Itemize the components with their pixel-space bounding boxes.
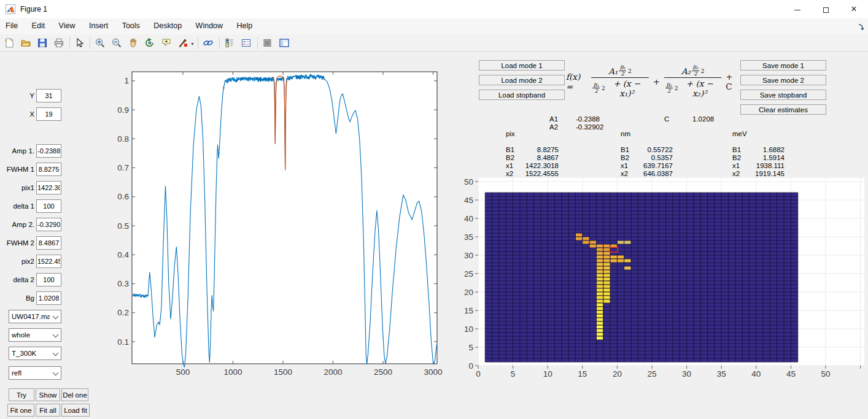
svg-text:0.8: 0.8 [117, 134, 129, 144]
pan-icon[interactable] [128, 37, 139, 48]
svg-text:0.5: 0.5 [117, 221, 129, 231]
menu-file[interactable]: File [0, 18, 23, 30]
svg-text:0.1: 0.1 [117, 337, 129, 347]
heatmap-grid [485, 193, 797, 362]
bg-field[interactable] [36, 291, 61, 305]
menu-insert[interactable]: Insert [83, 18, 114, 30]
svg-text:35: 35 [717, 369, 726, 379]
formula-plus: + [653, 77, 660, 86]
temperature-dropdown[interactable]: T_300K [9, 347, 61, 360]
menu-desktop[interactable]: Desktop [148, 18, 187, 30]
try-button[interactable]: Try [9, 388, 34, 401]
pix-table-header: pix [506, 130, 515, 137]
minimize-button[interactable] [783, 0, 812, 18]
rotate-3d-icon[interactable] [144, 37, 155, 48]
load-stopband-button[interactable]: Load stopband [479, 90, 565, 100]
delta2-field[interactable] [36, 273, 61, 286]
spectrum-plot[interactable]: 500100015002000250030000.10.20.30.40.50.… [114, 58, 448, 386]
field-label-fwhm2: FWHM 2 [2, 239, 34, 247]
clear-estimates-button[interactable]: Clear estimates [740, 104, 826, 115]
svg-text:0.7: 0.7 [117, 163, 129, 172]
chevron-down-icon [53, 332, 59, 338]
title-bar[interactable]: Figure 1 × [0, 0, 868, 18]
show-button[interactable]: Show [36, 388, 60, 401]
dock-figure-icon[interactable] [857, 23, 866, 31]
svg-text:0: 0 [468, 361, 473, 371]
fwhm1-field[interactable] [36, 163, 61, 176]
menu-window[interactable]: Window [190, 18, 228, 30]
print-figure-icon[interactable] [53, 37, 64, 48]
svg-text:0.6: 0.6 [117, 192, 129, 201]
edit-plot-icon[interactable] [74, 37, 85, 48]
menu-tools[interactable]: Tools [117, 18, 145, 30]
field-label-y: Y [2, 92, 34, 99]
formula-lhs: f(x) = [566, 72, 589, 91]
hide-plot-tools-icon[interactable] [262, 37, 273, 48]
a1-value: -0.2388 [576, 115, 600, 123]
fit-all-button[interactable]: Fit all [36, 404, 60, 417]
field-label-pix2: pix2 [2, 258, 34, 265]
nm-table-header: nm [621, 130, 630, 137]
signal-dropdown[interactable]: refl [9, 366, 61, 380]
window-title: Figure 1 [20, 5, 47, 13]
close-button[interactable]: × [840, 0, 868, 18]
menu-bar: File Edit View Insert Tools Desktop Wind… [0, 18, 868, 34]
field-label-delta2: delta 2 [2, 276, 34, 283]
open-file-icon[interactable] [20, 37, 31, 48]
heatmap-plot[interactable]: 0510152025303540455005101520253035404550 [460, 178, 866, 390]
svg-text:30: 30 [682, 369, 691, 379]
menu-help[interactable]: Help [231, 18, 258, 30]
insert-colorbar-icon[interactable] [224, 37, 235, 48]
c-label: C [664, 115, 669, 123]
save-figure-icon[interactable] [37, 37, 48, 48]
brush-dropdown-caret[interactable]: ▼ [190, 42, 195, 46]
delta1-field[interactable] [36, 199, 61, 213]
menu-edit[interactable]: Edit [26, 18, 51, 30]
insert-legend-icon[interactable] [241, 37, 252, 48]
fit-one-button[interactable]: Fit one [7, 404, 34, 417]
a2-label: A2 [549, 123, 558, 131]
amp1-field[interactable] [36, 144, 61, 158]
file-dropdown[interactable]: UW0417.mat [9, 310, 61, 323]
svg-text:50: 50 [464, 178, 473, 186]
brush-data-icon[interactable] [177, 37, 188, 48]
chevron-down-icon [53, 313, 59, 320]
svg-text:40: 40 [464, 214, 473, 223]
menu-view[interactable]: View [53, 18, 81, 30]
fwhm2-field[interactable] [36, 236, 61, 250]
y-field[interactable] [36, 89, 61, 102]
formula-term1: A₁B₁22 B₁22+ (x − x₁)² [591, 65, 648, 98]
svg-text:45: 45 [786, 369, 796, 379]
amp2-field[interactable] [36, 218, 61, 231]
x-field[interactable] [36, 107, 61, 121]
del-one-button[interactable]: Del one [61, 388, 88, 401]
field-label-x: X [2, 110, 34, 118]
pix1-field[interactable] [36, 181, 61, 194]
save-mode-2-button[interactable]: Save mode 2 [740, 75, 826, 85]
svg-text:0.2: 0.2 [117, 308, 129, 317]
new-figure-icon[interactable] [4, 37, 15, 48]
chevron-down-icon [53, 370, 59, 376]
formula-tail: + C [726, 72, 742, 91]
field-label-amp2: Amp 2. [2, 221, 34, 228]
maximize-button[interactable] [812, 0, 840, 18]
load-fit-button[interactable]: Load fit [61, 404, 90, 417]
save-stopband-button[interactable]: Save stopband [740, 90, 826, 100]
load-mode-2-button[interactable]: Load mode 2 [479, 75, 565, 85]
save-mode-1-button[interactable]: Save mode 1 [740, 60, 826, 71]
zoom-in-icon[interactable] [95, 37, 106, 48]
svg-text:15: 15 [464, 306, 473, 315]
matlab-icon [6, 4, 15, 14]
svg-text:20: 20 [613, 369, 622, 379]
pix2-field[interactable] [36, 255, 61, 268]
show-plot-tools-icon[interactable] [279, 37, 290, 48]
load-mode-1-button[interactable]: Load mode 1 [479, 60, 565, 71]
data-cursor-icon[interactable] [161, 37, 172, 48]
svg-text:20: 20 [464, 288, 473, 297]
svg-text:0.4: 0.4 [117, 250, 129, 259]
range-dropdown[interactable]: whole [9, 328, 61, 342]
svg-text:2500: 2500 [374, 367, 392, 377]
mev-table-header: meV [732, 130, 747, 137]
link-plot-icon[interactable] [203, 37, 214, 48]
zoom-out-icon[interactable] [111, 37, 122, 48]
